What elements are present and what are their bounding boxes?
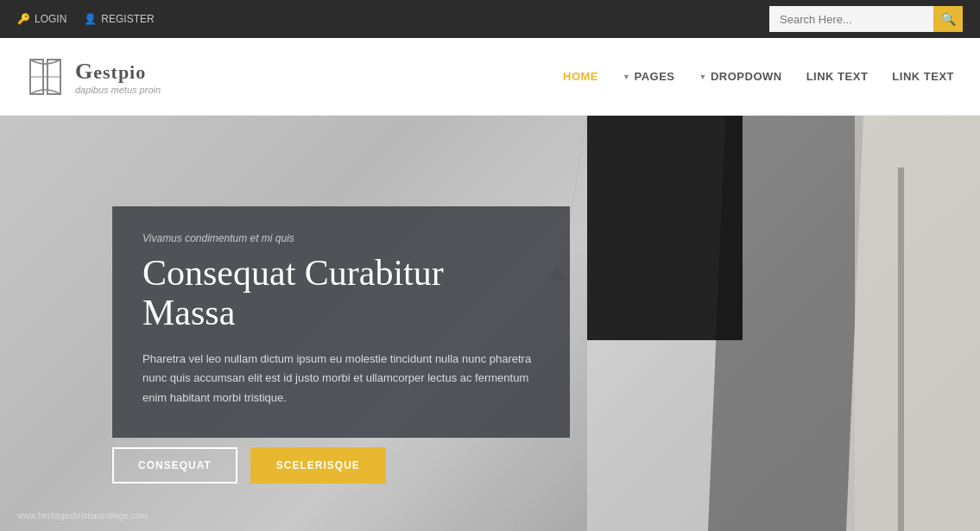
hero-credit: www.heritagechristiancollege.com xyxy=(17,511,148,521)
svg-marker-4 xyxy=(708,116,863,531)
nav-link2[interactable]: LINK TEXT xyxy=(892,70,954,83)
logo-text-area: Gestpio dapibus metus proin xyxy=(75,59,161,95)
nav-dropdown[interactable]: ▼ DROPDOWN xyxy=(699,70,782,83)
login-label: LOGIN xyxy=(35,13,66,25)
top-bar-left: 🔑 LOGIN 👤 REGISTER xyxy=(17,13,155,25)
hero-buttons: CONSEQUAT SCELERISQUE xyxy=(112,447,386,484)
search-button[interactable]: 🔍 xyxy=(933,6,963,32)
header: Gestpio dapibus metus proin HOME ▼ PAGES… xyxy=(0,38,980,116)
pages-arrow-icon: ▼ xyxy=(623,73,630,81)
logo-area[interactable]: Gestpio dapibus metus proin xyxy=(26,55,161,98)
consequat-button[interactable]: CONSEQUAT xyxy=(112,447,237,484)
logo-icon xyxy=(26,55,65,98)
login-icon: 🔑 xyxy=(17,13,30,25)
scelerisque-button[interactable]: SCELERISQUE xyxy=(250,447,386,484)
hero-title: Consequat Curabitur Massa xyxy=(142,253,540,332)
register-label: REGISTER xyxy=(101,13,154,25)
register-icon: 👤 xyxy=(84,13,97,25)
hero-content-box: Vivamus condimentum et mi quis Consequat… xyxy=(112,206,570,438)
nav-pages[interactable]: ▼ PAGES xyxy=(623,70,674,83)
top-bar: 🔑 LOGIN 👤 REGISTER 🔍 xyxy=(0,0,980,38)
search-icon: 🔍 xyxy=(941,12,956,26)
nav-link1[interactable]: LINK TEXT xyxy=(806,70,869,83)
svg-rect-6 xyxy=(855,116,980,531)
search-form: 🔍 xyxy=(769,6,963,32)
search-input[interactable] xyxy=(769,6,933,32)
logo-tagline: dapibus metus proin xyxy=(75,85,161,95)
dropdown-arrow-icon: ▼ xyxy=(699,73,707,81)
logo-name: Gestpio xyxy=(75,59,161,85)
top-bar-right: 🔍 xyxy=(769,6,963,32)
login-link[interactable]: 🔑 LOGIN xyxy=(17,13,66,25)
hero-description: Pharetra vel leo nullam dictum ipsum eu … xyxy=(142,350,540,407)
hero-section: Vivamus condimentum et mi quis Consequat… xyxy=(0,116,980,531)
nav-home[interactable]: HOME xyxy=(563,70,598,83)
main-nav: HOME ▼ PAGES ▼ DROPDOWN LINK TEXT LINK T… xyxy=(563,70,954,83)
register-link[interactable]: 👤 REGISTER xyxy=(84,13,154,25)
hero-subtitle: Vivamus condimentum et mi quis xyxy=(142,232,540,244)
